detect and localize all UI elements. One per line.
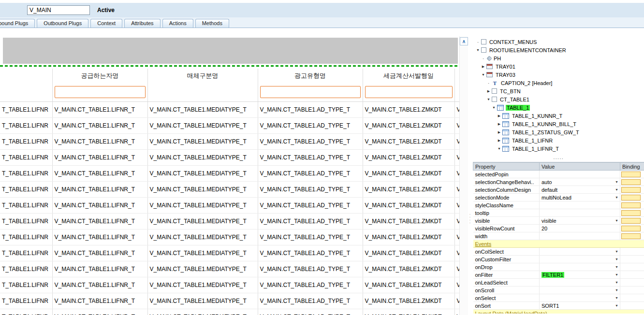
column-header[interactable]: 광고유형명 <box>258 69 363 83</box>
table-cell: V <box>454 261 459 277</box>
expand-icon[interactable]: ▶ <box>496 139 502 143</box>
tree-item-ct-table1[interactable]: ▼CT_TABLE1 <box>473 95 644 103</box>
property-value[interactable]: auto▼ <box>540 178 620 186</box>
table-row: T_TABLE1.LIFNRV_MAIN.CT_TABLE1.LIFNR_TV_… <box>0 213 459 229</box>
dropdown-arrow-icon[interactable]: ▼ <box>615 258 618 261</box>
tree-item-caption-2-header[interactable]: ·TCAPTION_2 [Header] <box>473 79 644 87</box>
property-value[interactable]: multiNoLead▼ <box>540 194 620 201</box>
binding-button[interactable] <box>621 195 641 200</box>
tree-item-table-1-lifnr-t[interactable]: ▼TABLE_1_LIFNR_T <box>473 144 644 153</box>
panel-splitter[interactable]: ···· <box>468 213 471 224</box>
dropdown-arrow-icon[interactable]: ▼ <box>615 196 618 199</box>
binding-button[interactable] <box>621 218 641 224</box>
tree-item-table-1-lifnr[interactable]: ▶TABLE_1_LIFNR <box>473 136 644 144</box>
binding-button[interactable] <box>621 233 641 239</box>
collapse-icon[interactable]: ▼ <box>485 98 492 101</box>
property-value[interactable]: ▼ <box>540 279 620 286</box>
splitter-handle[interactable]: ····· <box>473 157 644 162</box>
table-cell: V <box>454 293 459 309</box>
property-value[interactable] <box>540 209 620 217</box>
expand-icon[interactable]: ▶ <box>485 89 492 93</box>
dropdown-arrow-icon[interactable]: ▼ <box>615 288 618 292</box>
binding-button[interactable] <box>621 187 641 193</box>
binding-cell <box>620 263 644 271</box>
property-value[interactable]: ▼ <box>540 294 620 302</box>
collapse-icon[interactable]: ▼ <box>491 106 497 109</box>
tree-item-table-1-zstatus-gw-t[interactable]: ▶TABLE_1_ZSTATUS_GW_T <box>473 128 644 136</box>
tree-item-rootuielementcontainer[interactable]: ▼ROOTUIELEMENTCONTAINER <box>473 46 644 54</box>
binding-cell <box>620 178 644 186</box>
property-value[interactable]: ▼ <box>540 256 620 263</box>
tab-strip: Inbound PlugsOutbound PlugsContextAttrib… <box>0 17 644 28</box>
binding-button[interactable] <box>621 202 641 208</box>
collapse-icon[interactable]: ▼ <box>475 48 481 52</box>
column-header[interactable]: 공급하는자명 <box>52 69 147 83</box>
tab-outbound-plugs[interactable]: Outbound Plugs <box>37 19 88 28</box>
tree-item-ph[interactable]: ·PH <box>473 54 644 62</box>
tree-item-tray01[interactable]: ▶TRAY01 <box>473 62 644 71</box>
binding-cell <box>620 201 644 209</box>
expand-icon[interactable]: ▶ <box>496 114 502 118</box>
property-value[interactable]: visible▼ <box>540 217 620 225</box>
expand-icon[interactable]: ▶ <box>496 122 502 126</box>
status-label: Active <box>97 7 115 14</box>
binding-cell <box>620 209 644 217</box>
filter-input[interactable] <box>365 86 453 98</box>
property-value[interactable] <box>540 201 620 209</box>
table-icon <box>497 105 504 111</box>
tab-attributes[interactable]: Attributes <box>124 19 160 28</box>
binding-button[interactable] <box>621 172 641 177</box>
tree-item-table-1[interactable]: ▼TABLE_1 <box>473 103 644 112</box>
dropdown-arrow-icon[interactable]: ▼ <box>615 273 618 276</box>
tab-actions[interactable]: Actions <box>162 19 193 28</box>
scroll-up-button[interactable]: ∧ <box>460 37 468 45</box>
tab-methods[interactable]: Methods <box>195 19 229 28</box>
tree-item-table-1-kunnr-bill-t[interactable]: ▶TABLE_1_KUNNR_BILL_T <box>473 120 644 128</box>
dropdown-arrow-icon[interactable]: ▼ <box>615 180 618 184</box>
dropdown-arrow-icon[interactable]: ▼ <box>615 250 618 253</box>
property-value[interactable]: ▼ <box>540 263 620 271</box>
property-value[interactable] <box>540 232 620 240</box>
filter-input[interactable] <box>55 86 146 98</box>
preview-scrollbar[interactable]: ∧ <box>459 36 468 315</box>
dropdown-arrow-icon[interactable]: ▼ <box>615 304 618 307</box>
collapse-icon[interactable]: ▼ <box>496 147 502 150</box>
property-value[interactable]: default▼ <box>540 186 620 194</box>
column-header[interactable]: 세금계산서발행일 <box>363 69 454 83</box>
binding-button[interactable] <box>621 226 641 231</box>
table-cell: V <box>454 165 459 181</box>
property-value[interactable]: FILTER1▼ <box>540 271 620 279</box>
table-cell: V_MAIN.CT_TABLE1.MEDIATYPE_T <box>147 165 258 181</box>
expand-icon[interactable]: ▶ <box>480 65 486 69</box>
dropdown-arrow-icon[interactable]: ▼ <box>615 188 618 191</box>
dropdown-arrow-icon[interactable]: ▼ <box>615 296 618 300</box>
property-value[interactable]: 20 <box>540 225 620 232</box>
tab-inbound-plugs[interactable]: Inbound Plugs <box>0 19 35 28</box>
expand-icon[interactable]: ▶ <box>496 130 502 134</box>
tab-context[interactable]: Context <box>90 19 122 28</box>
dropdown-arrow-icon[interactable]: ▼ <box>615 219 618 222</box>
collapse-icon[interactable]: ▼ <box>480 73 486 76</box>
tree-item-context-menus[interactable]: ·CONTEXT_MENUS <box>473 38 644 46</box>
view-name-input[interactable] <box>27 5 90 15</box>
tree-item-tray03[interactable]: ▼TRAY03 <box>473 71 644 79</box>
property-value[interactable]: ▼ <box>540 286 620 294</box>
property-value[interactable]: ▼ <box>540 248 620 256</box>
dropdown-arrow-icon[interactable]: ▼ <box>615 281 618 284</box>
dropdown-arrow-icon[interactable]: ▼ <box>615 265 618 269</box>
binding-button[interactable] <box>621 179 641 185</box>
column-header[interactable]: 매체구분명 <box>147 69 258 83</box>
tree-item-label: TABLE_1_LIFNR_T <box>511 146 560 152</box>
layout-preview-canvas[interactable]: 공급하는자명매체구분명광고유형명세금계산서발행일T_TABLE1.LIFNRV_… <box>0 36 459 315</box>
container-icon <box>481 39 486 44</box>
property-value[interactable]: SORT1▼ <box>540 302 620 310</box>
binding-button[interactable] <box>621 210 641 216</box>
tree-item-label: ROOTUIELEMENTCONTAINER <box>488 47 567 53</box>
column-header[interactable] <box>0 69 52 83</box>
column-header[interactable] <box>454 69 459 83</box>
property-value[interactable] <box>540 171 620 178</box>
filter-input[interactable] <box>260 86 361 98</box>
tree-item-tc-btn[interactable]: ▶TC_BTN <box>473 87 644 95</box>
property-row-onsort: onSortSORT1▼ <box>473 302 644 310</box>
tree-item-table-1-kunnr-t[interactable]: ▶TABLE_1_KUNNR_T <box>473 112 644 120</box>
